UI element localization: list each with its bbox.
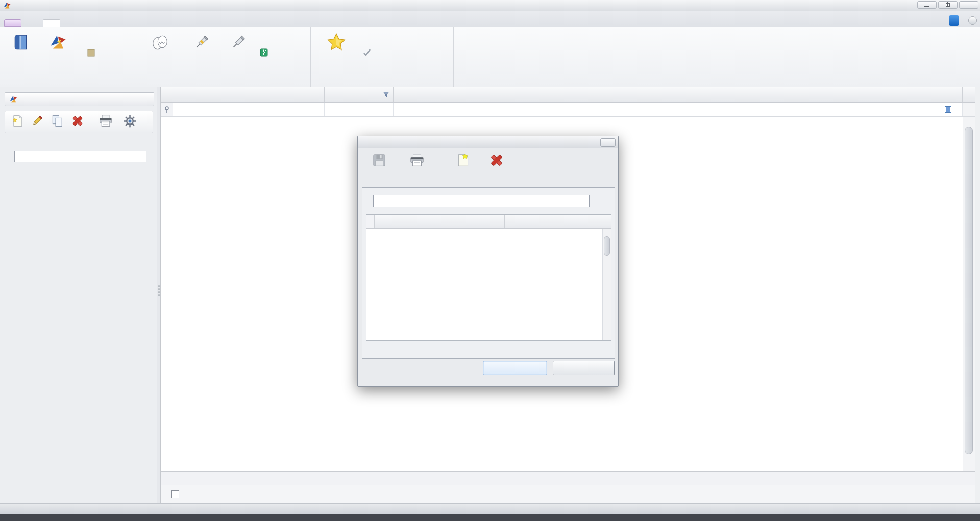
floppy-disk-icon	[372, 152, 386, 169]
eggs-icon	[150, 33, 169, 52]
cancel-button[interactable]	[553, 361, 615, 375]
dialog-panel	[362, 187, 615, 359]
restore-icon	[946, 3, 950, 7]
save-button[interactable]	[363, 152, 396, 169]
column-header-beschreibung[interactable]	[505, 215, 602, 228]
breeding-cell-icon	[87, 48, 95, 57]
column-header-name[interactable]	[375, 215, 505, 228]
column-header-mutter[interactable]	[573, 87, 754, 102]
minimize-button[interactable]	[917, 1, 937, 9]
teamviewer-icon[interactable]	[949, 15, 959, 26]
ribbon-group-impfungen	[177, 27, 311, 87]
header-scroll-corner	[602, 215, 611, 228]
vertical-scrollbar[interactable]	[602, 229, 611, 341]
close-button[interactable]	[959, 1, 978, 9]
print-button[interactable]	[99, 114, 113, 130]
record-navigator	[161, 471, 975, 485]
ribbon-group-gelege	[142, 27, 177, 87]
column-header-rasse[interactable]	[753, 87, 934, 102]
title-bar	[0, 0, 980, 11]
application-window	[0, 0, 980, 521]
ribbon-group-bewertungen	[311, 27, 454, 87]
filter-enabled-checkbox[interactable]	[172, 490, 179, 498]
table-header-row	[161, 87, 975, 103]
filter-cell-aktiv[interactable]	[934, 103, 963, 116]
new-button[interactable]	[449, 152, 477, 169]
new-button[interactable]	[11, 114, 23, 130]
zuchtbuch-button[interactable]	[3, 30, 40, 76]
impfungen-button[interactable]	[183, 30, 220, 76]
column-header-aktiv[interactable]	[934, 87, 963, 102]
vaccine-icon	[260, 48, 268, 57]
zuchtzellen-button[interactable]	[84, 47, 101, 58]
zellen-rows	[366, 229, 611, 341]
print-button[interactable]	[401, 152, 433, 169]
tab-einstellungen[interactable]	[4, 19, 21, 27]
restore-button[interactable]	[938, 1, 958, 9]
impfstoffe-button[interactable]	[257, 47, 274, 58]
column-header-zelle[interactable]	[173, 87, 325, 102]
filter-cell-jahr[interactable]	[325, 103, 394, 116]
search-input[interactable]	[374, 197, 583, 205]
help-icon[interactable]	[968, 16, 977, 25]
record-navigator	[363, 342, 615, 354]
zellen-table	[366, 214, 611, 341]
checkmark-icon	[363, 48, 371, 57]
impfliste-button[interactable]	[220, 30, 257, 76]
filter-cell-zelle[interactable]	[173, 103, 325, 116]
splitter-grip-icon	[158, 285, 160, 296]
new-page-icon	[456, 152, 470, 169]
column-header-vater[interactable]	[394, 87, 573, 102]
copy-button[interactable]	[51, 114, 64, 130]
filter-bar	[161, 485, 975, 503]
ribbon-tab-row	[0, 11, 980, 27]
header-indicator-cell	[161, 87, 173, 102]
zuchtzellen-dialog	[357, 136, 619, 387]
header-indicator-cell	[366, 215, 375, 228]
filter-row-pin-icon[interactable]	[161, 103, 173, 116]
filter-scroll-corner	[963, 103, 975, 116]
panel-splitter[interactable]	[157, 87, 161, 503]
tab-zucht[interactable]	[43, 19, 60, 27]
filter-funnel-icon[interactable]	[383, 92, 389, 99]
edit-button[interactable]	[31, 114, 44, 130]
group-label-bewertungen	[317, 78, 447, 87]
scrollbar-thumb[interactable]	[604, 236, 610, 256]
column-header-jahr[interactable]	[325, 87, 394, 102]
delete-button[interactable]	[71, 115, 84, 129]
taskbar-strip	[0, 514, 980, 521]
panel-header-paarungen	[5, 92, 154, 106]
filter-cell-rasse[interactable]	[753, 103, 934, 116]
status-strip	[0, 503, 980, 514]
dialog-title-bar[interactable]	[358, 136, 618, 148]
aktiv-filter-checkbox[interactable]	[945, 106, 951, 113]
vertical-scrollbar[interactable]	[963, 117, 975, 471]
filter-cell-vater[interactable]	[394, 103, 573, 116]
pigeon-icon	[48, 33, 68, 52]
ribbon	[0, 27, 980, 87]
toolbar-separator	[91, 114, 91, 130]
delete-x-icon	[489, 152, 504, 169]
aktiv-filter-input[interactable]	[15, 153, 135, 160]
auto-filter-row	[161, 103, 975, 117]
delete-button[interactable]	[480, 152, 513, 169]
scrollbar-thumb[interactable]	[965, 127, 973, 454]
search-combo[interactable]	[373, 195, 590, 207]
filter-cell-mutter[interactable]	[573, 103, 754, 116]
gelege-button[interactable]	[145, 30, 174, 76]
aktiv-filter-combo[interactable]	[14, 151, 146, 162]
ribbon-group-paarung	[0, 27, 142, 87]
zellen-header-row	[366, 215, 611, 229]
bewertungen-button[interactable]	[318, 30, 355, 76]
paarungen-button[interactable]	[40, 30, 77, 76]
star-icon	[327, 33, 346, 52]
settings-gear-button[interactable]	[123, 114, 137, 130]
tab-stammdaten[interactable]	[23, 19, 41, 27]
printer-icon	[409, 152, 425, 169]
dialog-toolbar	[358, 148, 618, 184]
ok-button[interactable]	[483, 361, 547, 375]
bewertungsparameter-button[interactable]	[360, 47, 377, 58]
dialog-close-button[interactable]	[600, 138, 616, 147]
group-label-impfungen	[183, 78, 304, 87]
tab-preisflug[interactable]	[62, 19, 80, 27]
